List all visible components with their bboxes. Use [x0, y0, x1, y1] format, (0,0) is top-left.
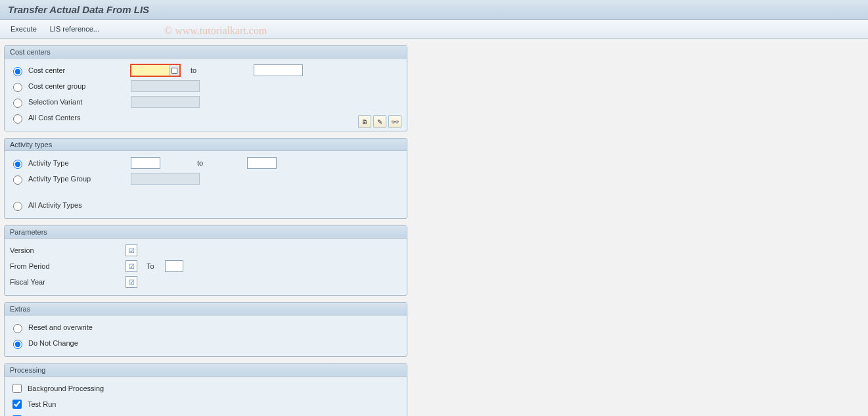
radio-all-activity-types[interactable] [13, 202, 22, 211]
input-selection-variant [131, 96, 200, 108]
checkbox-test-run[interactable] [12, 400, 22, 409]
label-background-processing: Background Processing [28, 384, 104, 392]
label-cost-center-group: Cost center group [28, 82, 127, 90]
radio-all-cost-centers[interactable] [13, 114, 22, 124]
group-title-cost-centers: Cost centers [5, 46, 407, 58]
group-parameters: Parameters Version ☑ From Period ☑ To Fi… [4, 225, 407, 296]
execute-button[interactable]: Execute [8, 24, 39, 34]
group-title-processing: Processing [5, 364, 407, 377]
label-selection-variant: Selection Variant [28, 98, 127, 106]
radio-selection-variant[interactable] [13, 99, 22, 108]
radio-do-not-change[interactable] [13, 340, 22, 349]
group-title-parameters: Parameters [5, 226, 407, 239]
label-cost-center: Cost center [28, 66, 127, 74]
display-icon[interactable]: 👓 [388, 115, 401, 128]
f4-help-icon[interactable] [169, 65, 179, 76]
radio-activity-type-group[interactable] [13, 175, 22, 185]
label-version: Version [10, 246, 122, 254]
input-to-period[interactable] [165, 260, 183, 272]
label-fiscal-year: Fiscal Year [10, 278, 122, 286]
label-activity-type-group: Activity Type Group [28, 175, 127, 183]
radio-cost-center-group[interactable] [13, 83, 22, 92]
label-activity-type: Activity Type [28, 159, 127, 167]
lis-reference-button[interactable]: LIS reference... [47, 24, 102, 34]
group-title-activity-types: Activity types [5, 139, 407, 151]
label-reset-overwrite: Reset and overwrite [28, 323, 127, 331]
radio-reset-overwrite[interactable] [13, 324, 22, 333]
group-title-extras: Extras [5, 303, 407, 315]
label-do-not-change: Do Not Change [28, 339, 127, 347]
input-cost-center-group [131, 80, 200, 92]
group-processing: Processing Background Processing Test Ru… [4, 363, 407, 416]
input-version[interactable]: ☑ [126, 244, 137, 256]
input-activity-type-to[interactable] [247, 157, 277, 169]
group-cost-centers: Cost centers Cost center to Cost center … [4, 45, 407, 131]
input-activity-type-from[interactable] [131, 157, 160, 169]
label-all-activity-types: All Activity Types [28, 201, 127, 209]
checkbox-background-processing[interactable] [12, 384, 22, 393]
label-all-cost-centers: All Cost Centers [28, 114, 127, 122]
label-from-period: From Period [10, 262, 122, 270]
label-test-run: Test Run [28, 400, 56, 408]
input-cost-center-to[interactable] [254, 64, 303, 76]
label-to-period: To [141, 262, 161, 270]
group-extras: Extras Reset and overwrite Do Not Change [4, 302, 407, 357]
content-area: Cost centers Cost center to Cost center … [0, 39, 868, 416]
create-icon[interactable]: 🗎 [358, 115, 371, 128]
toolbar: Execute LIS reference... [0, 20, 868, 39]
edit-icon[interactable]: ✎ [373, 115, 386, 128]
input-activity-type-group [131, 173, 200, 185]
group-activity-types: Activity types Activity Type to Activity… [4, 138, 407, 219]
radio-cost-center[interactable] [13, 67, 22, 76]
label-to-activity: to [164, 159, 243, 167]
input-fiscal-year[interactable]: ☑ [126, 276, 137, 288]
label-to: to [184, 66, 250, 74]
input-from-period[interactable]: ☑ [126, 260, 137, 272]
page-title: Transfer Actual Data From LIS [0, 0, 868, 20]
radio-activity-type[interactable] [13, 160, 22, 169]
